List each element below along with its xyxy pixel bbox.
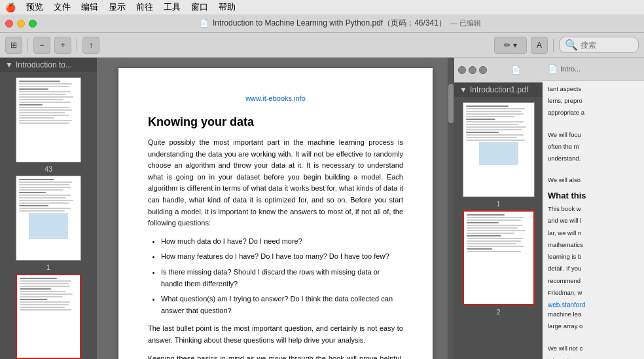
- right-min-btn[interactable]: [469, 66, 476, 74]
- thumbnail-container: 43: [0, 72, 97, 359]
- right-text-what10: large array o: [548, 322, 639, 331]
- toolbar-separator-1: [27, 39, 28, 52]
- right-text-content: tant aspects lems, prepro appropriate a …: [543, 81, 644, 359]
- search-input[interactable]: [581, 41, 633, 50]
- markup-button[interactable]: A: [531, 37, 548, 54]
- share-button[interactable]: ↑: [82, 37, 99, 54]
- right-text-what1: This book w: [548, 204, 639, 214]
- scroll-indicator[interactable]: [448, 58, 454, 359]
- right-text-focus3: understand.: [548, 154, 639, 163]
- thumbnail-page-1[interactable]: 1: [16, 176, 81, 271]
- pdf-page: www.it-ebooks.info Knowing your data Qui…: [118, 68, 433, 359]
- menu-window[interactable]: 窗口: [191, 1, 208, 13]
- maximize-button[interactable]: [29, 20, 37, 28]
- menu-view[interactable]: 显示: [109, 1, 126, 13]
- toolbar-separator-2: [77, 39, 77, 52]
- thumbnail-page-2-image: [16, 274, 81, 359]
- right-text-focus2: often the m: [548, 142, 639, 151]
- toolbar: ⊞ − + ↑ ✏ ▾ A 🔍: [0, 33, 644, 58]
- menu-edit[interactable]: 编辑: [81, 1, 98, 13]
- para-1: Quite possibly the most important part i…: [148, 137, 403, 229]
- annotate-button[interactable]: ✏ ▾: [494, 37, 527, 54]
- thumbnail-page-43[interactable]: 43: [16, 77, 81, 173]
- scroll-thumb[interactable]: [448, 84, 454, 123]
- right-page-2-number: 2: [496, 308, 500, 316]
- bullet-3: Is there missing data? Should I discard …: [161, 267, 403, 290]
- right-sidebar-header: ▼ Introduction1.pdf: [454, 83, 543, 97]
- what-this-heading: What this: [548, 189, 639, 202]
- stanford-link[interactable]: web.stanford: [548, 301, 585, 309]
- right-toolbar-icon: 📄: [493, 66, 539, 75]
- right-close-btn[interactable]: [458, 66, 466, 74]
- menu-file[interactable]: 文件: [54, 1, 71, 13]
- right-thumb-page-2-image: [463, 210, 535, 305]
- right-section: 📄 ▼ Introduction1.pdf: [454, 58, 644, 359]
- title-bar: 📄 Introduction to Machine Learning with …: [0, 14, 644, 33]
- right-page-1-number: 1: [496, 200, 500, 208]
- search-icon: 🔍: [565, 39, 578, 51]
- section-knowing-your-data-heading: Knowing your data: [148, 115, 403, 129]
- right-text-toolbar: 📄 Intro...: [543, 58, 644, 81]
- right-thumbnail-page-1[interactable]: 1: [463, 102, 535, 208]
- menu-app[interactable]: 预览: [26, 1, 43, 13]
- minimize-button[interactable]: [17, 20, 25, 28]
- right-text-line1: tant aspects: [548, 85, 639, 94]
- right-thumbnails-column: 📄 ▼ Introduction1.pdf: [454, 58, 543, 359]
- para-3: Keeping these basics in mind as we move …: [148, 353, 403, 360]
- right-text-line3: appropriate a: [548, 108, 639, 117]
- menu-tools[interactable]: 工具: [164, 1, 181, 13]
- right-text-what4: mathematics: [548, 240, 639, 250]
- menu-go[interactable]: 前往: [136, 1, 153, 13]
- right-text-wont1: We will not c: [548, 344, 639, 353]
- traffic-lights: [5, 20, 37, 28]
- right-text-what2: and we will l: [548, 216, 639, 225]
- left-sidebar: ▼ Introduction to...: [0, 58, 97, 359]
- menu-help[interactable]: 帮助: [219, 1, 236, 13]
- thumbnail-page-2[interactable]: 2: [16, 274, 81, 359]
- right-text-column: 📄 Intro... tant aspects lems, prepro app…: [543, 58, 644, 359]
- main-area: ▼ Introduction to...: [0, 58, 644, 359]
- right-sidebar-triangle-icon: ▼: [459, 85, 467, 94]
- right-toolbar: 📄: [454, 58, 543, 83]
- close-button[interactable]: [5, 20, 13, 28]
- right-text-what5: learning is b: [548, 252, 639, 261]
- right-text-also: We will also: [548, 176, 639, 185]
- left-sidebar-title: Introduction to...: [16, 60, 72, 69]
- menu-bar: 🍎 预览 文件 编辑 显示 前往 工具 窗口 帮助: [0, 0, 644, 14]
- pdf-url[interactable]: www.it-ebooks.info: [148, 94, 403, 102]
- toolbar-separator-3: [553, 39, 554, 52]
- right-text-what6: detail. If you: [548, 264, 639, 273]
- sidebar-triangle-icon: ▼: [5, 60, 13, 69]
- window-title: Introduction to Machine Learning with Py…: [213, 18, 446, 29]
- apple-menu[interactable]: 🍎: [5, 3, 16, 12]
- right-thumb-page-1-image: [463, 102, 535, 197]
- right-text-what8: Friedman, w: [548, 288, 639, 297]
- zoom-in-button[interactable]: +: [54, 37, 71, 54]
- thumbnail-page-43-image: [16, 77, 81, 162]
- right-max-btn[interactable]: [479, 66, 487, 74]
- document-icon: 📄: [200, 19, 209, 28]
- page-1-number: 1: [46, 263, 50, 271]
- right-thumbnails-list: 1: [454, 97, 543, 321]
- left-sidebar-header: ▼ Introduction to...: [0, 58, 97, 72]
- search-box[interactable]: 🔍: [559, 37, 639, 53]
- right-window-title: Intro...: [560, 65, 581, 73]
- right-text-what9: machine lea: [548, 310, 639, 319]
- bullet-4: What question(s) am I trying to answer? …: [161, 293, 403, 316]
- thumbnail-page-1-image: [16, 176, 81, 261]
- right-text-line2: lems, prepro: [548, 96, 639, 105]
- right-text-what3: lar, we will n: [548, 229, 639, 238]
- title-bar-center: 📄 Introduction to Machine Learning with …: [42, 18, 639, 29]
- sidebar-toggle-button[interactable]: ⊞: [5, 37, 22, 54]
- page-43-number: 43: [45, 165, 52, 173]
- right-text-what7: recommend: [548, 276, 639, 286]
- right-sidebar-title: Introduction1.pdf: [470, 85, 528, 94]
- right-text-wont2: interaction w: [548, 356, 639, 359]
- pdf-content-area[interactable]: www.it-ebooks.info Knowing your data Qui…: [97, 58, 454, 359]
- para-2: The last bullet point is the most import…: [148, 323, 403, 346]
- right-thumbnail-page-2[interactable]: 2: [463, 210, 535, 316]
- bullet-2: How many features do I have? Do I have t…: [161, 251, 403, 263]
- right-doc-icon: 📄: [548, 64, 558, 73]
- zoom-out-button[interactable]: −: [33, 37, 50, 54]
- right-text-focus1: We will focu: [548, 130, 639, 140]
